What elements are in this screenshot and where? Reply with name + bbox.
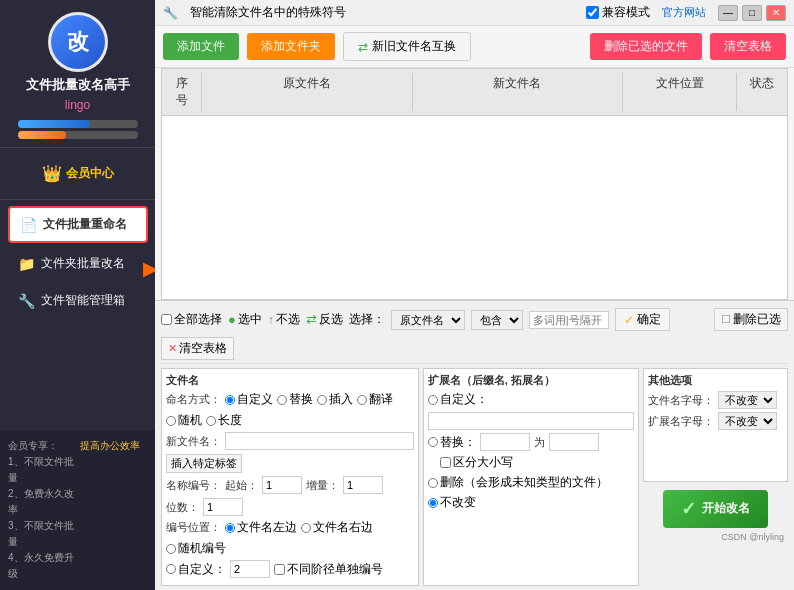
radio-insert[interactable]: 插入 [317, 391, 353, 408]
ext-delete-row: 删除（会形成未知类型的文件） [428, 474, 635, 491]
vip-benefit-1: 1、不限文件批量 [8, 454, 76, 486]
del-done-button-2[interactable]: ☐ 删除已选 [714, 308, 788, 331]
clear-button-2[interactable]: ✕ 清空表格 [161, 337, 234, 360]
smart-manager-icon: 🔧 [18, 293, 35, 309]
custom-pos-input[interactable] [230, 560, 270, 578]
vip-benefit-4: 4、永久免费升级 [8, 550, 76, 582]
divider-1 [0, 147, 155, 148]
select-in-icon: ● [228, 312, 236, 327]
radio-random[interactable]: 随机 [166, 412, 202, 429]
maximize-button[interactable]: □ [742, 5, 762, 21]
reverse-icon: ⇄ [306, 312, 317, 327]
all-select-item[interactable]: 全部选择 [161, 311, 222, 328]
sidebar-item-folder-rename[interactable]: 📁 文件夹批量改名 [8, 247, 148, 280]
insert-label-button[interactable]: 插入特定标签 [166, 454, 242, 473]
add-file-button[interactable]: 添加文件 [163, 33, 239, 60]
naming-label: 命名方式： [166, 392, 221, 407]
file-char-select[interactable]: 不改变 [718, 391, 777, 409]
vip-benefit-title: 会员专享： [8, 438, 76, 454]
ext-custom-row: 自定义： [428, 391, 635, 430]
radio-right[interactable]: 文件名右边 [301, 519, 373, 536]
other-options: 其他选项 文件名字母： 不改变 扩展名字母： 不改变 [643, 368, 788, 482]
minimize-button[interactable]: — [718, 5, 738, 21]
start-input[interactable] [262, 476, 302, 494]
step-input[interactable] [343, 476, 383, 494]
toolbar: 添加文件 添加文件夹 ⇄ 新旧文件名互换 删除已选的文件 清空表格 [155, 26, 794, 68]
radio-translate[interactable]: 翻译 [357, 391, 393, 408]
efficiency-text: 提高办公效率 [80, 438, 148, 454]
all-select-label: 全部选择 [174, 311, 222, 328]
keyword-input[interactable] [529, 311, 609, 329]
sidebar-item-batch-rename[interactable]: 📄 文件批量重命名 [8, 206, 148, 243]
add-folder-button[interactable]: 添加文件夹 [247, 33, 335, 60]
radio-translate-label: 翻译 [369, 391, 393, 408]
radio-length-label: 长度 [218, 412, 242, 429]
swap-button[interactable]: ⇄ 新旧文件名互换 [343, 32, 471, 61]
deselect-item[interactable]: ↑ 不选 [268, 311, 300, 328]
ext-radio-custom[interactable]: 自定义： [428, 391, 488, 408]
ext-case-item[interactable]: 区分大小写 [440, 454, 513, 471]
radio-insert-label: 插入 [329, 391, 353, 408]
table-body [162, 116, 787, 299]
radio-custom-pos[interactable]: 自定义： [166, 561, 226, 578]
start-label: 开始改名 [702, 500, 750, 517]
ext-case-label: 区分大小写 [453, 454, 513, 471]
clear-icon-2: ✕ [168, 342, 177, 355]
ext-replace-to[interactable] [549, 433, 599, 451]
compat-option[interactable]: 兼容模式 [586, 4, 650, 21]
compat-checkbox[interactable] [586, 6, 599, 19]
reverse-item[interactable]: ⇄ 反选 [306, 311, 343, 328]
ext-radio-replace[interactable]: 替换： [428, 434, 476, 451]
no-dup-label: 不同阶径单独编号 [287, 561, 383, 578]
confirm-label: 确定 [637, 311, 661, 328]
sidebar-item-label-3: 文件智能管理箱 [41, 292, 125, 309]
choose-dropdown[interactable]: 原文件名 [391, 310, 465, 330]
ext-radio-nochange[interactable]: 不改变 [428, 494, 476, 511]
new-name-input[interactable] [225, 432, 414, 450]
no-dup-item[interactable]: 不同阶径单独编号 [274, 561, 383, 578]
ext-replace-from[interactable] [480, 433, 530, 451]
select-in-item[interactable]: ● 选中 [228, 311, 262, 328]
sidebar-item-smart-manager[interactable]: 🔧 文件智能管理箱 [8, 284, 148, 317]
ext-radio-delete[interactable]: 删除（会形成未知类型的文件） [428, 474, 608, 491]
radio-replace[interactable]: 替换 [277, 391, 313, 408]
swap-label: 新旧文件名互换 [372, 38, 456, 55]
digits-input[interactable] [203, 498, 243, 516]
deselect-label: 不选 [276, 311, 300, 328]
all-select-checkbox[interactable] [161, 314, 172, 325]
close-button[interactable]: ✕ [766, 5, 786, 21]
delete-done-button[interactable]: 删除已选的文件 [590, 33, 702, 60]
choose-label: 选择： [349, 311, 385, 328]
radio-length[interactable]: 长度 [206, 412, 242, 429]
ext-case-checkbox[interactable] [440, 457, 451, 468]
progress-bar-1 [18, 120, 138, 139]
contains-dropdown[interactable]: 包含 [471, 310, 523, 330]
radio-left[interactable]: 文件名左边 [225, 519, 297, 536]
start-area: ✓ 开始改名 [643, 490, 788, 528]
serial-pos-row: 编号位置： 文件名左边 文件名右边 随机编号 [166, 519, 414, 557]
start-label: 起始： [225, 478, 258, 493]
ext-char-select[interactable]: 不改变 [718, 412, 777, 430]
serial-pos-label: 编号位置： [166, 520, 221, 535]
filename-opts-title: 文件名 [166, 373, 414, 388]
confirm-button[interactable]: ✓ 确定 [615, 308, 670, 331]
filename-options: 文件名 命名方式： 自定义 替换 插入 翻译 随机 长度 新文件名： 插入特定标… [161, 368, 419, 586]
topbar: 🔧 智能清除文件名中的特殊符号 兼容模式 官方网站 — □ ✕ [155, 0, 794, 26]
vip-label: 会员中心 [66, 165, 114, 182]
radio-random-num[interactable]: 随机编号 [166, 540, 226, 557]
clear-table-button[interactable]: 清空表格 [710, 33, 786, 60]
username: lingo [65, 98, 90, 112]
official-link[interactable]: 官方网站 [662, 5, 706, 20]
serial-row: 名称编号： 起始： 增量： 位数： [166, 476, 414, 516]
custom-serial-row: 自定义： 不同阶径单独编号 [166, 560, 414, 578]
radio-custom[interactable]: 自定义 [225, 391, 273, 408]
vip-center[interactable]: 👑 会员中心 [34, 160, 122, 187]
select-bar: 全部选择 ● 选中 ↑ 不选 ⇄ 反选 选择： 原文件名 包含 [161, 305, 788, 364]
new-name-label: 新文件名： [166, 434, 221, 449]
ext-custom-input[interactable] [428, 412, 635, 430]
app-logo: 改 [48, 12, 108, 72]
no-dup-checkbox[interactable] [274, 564, 285, 575]
credit-text: CSDN @nlyling [643, 532, 788, 542]
logo-icon: 改 [51, 15, 105, 69]
start-button[interactable]: ✓ 开始改名 [663, 490, 768, 528]
